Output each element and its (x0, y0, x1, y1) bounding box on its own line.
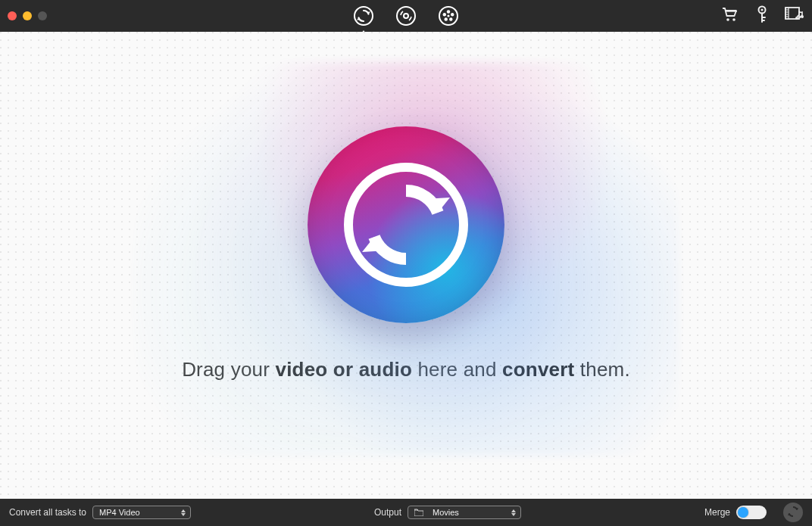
svg-point-0 (354, 7, 373, 25)
disc-icon (395, 5, 417, 26)
svg-point-15 (761, 9, 764, 11)
media-clip-icon (785, 6, 804, 26)
svg-point-6 (447, 10, 450, 13)
svg-point-12 (726, 18, 729, 21)
svg-point-4 (404, 14, 408, 18)
convert-cycle-small-icon (786, 505, 800, 521)
convert-cycle-hero-icon (330, 149, 482, 300)
folder-icon (414, 509, 423, 516)
svg-point-18 (801, 15, 804, 18)
output-folder-label: Output (374, 507, 401, 518)
tab-toolbox[interactable] (438, 5, 459, 26)
close-window-button[interactable] (8, 11, 17, 20)
svg-point-17 (795, 17, 798, 20)
toggle-knob (738, 507, 748, 518)
merge-toggle[interactable] (736, 506, 767, 519)
minimize-window-button[interactable] (23, 11, 32, 20)
topbar-actions (721, 5, 804, 26)
window-controls (8, 11, 47, 20)
drop-zone[interactable]: Drag your video or audio here and conver… (0, 32, 812, 499)
key-icon (756, 5, 768, 26)
store-button[interactable] (721, 6, 739, 26)
merge-label: Merge (704, 507, 730, 518)
cart-icon (721, 6, 739, 26)
zoom-window-button[interactable] (38, 11, 47, 20)
drop-zone-hint: Drag your video or audio here and conver… (182, 358, 630, 381)
svg-point-13 (732, 18, 735, 21)
stepper-arrows-icon (180, 509, 187, 516)
convert-cycle-icon (353, 5, 374, 26)
svg-point-3 (397, 7, 415, 25)
hint-part-2: here and (412, 358, 502, 381)
hint-part-1: Drag your (182, 358, 275, 381)
start-convert-button[interactable] (783, 503, 803, 522)
stepper-arrows-icon (510, 509, 517, 516)
svg-point-7 (451, 13, 454, 16)
svg-point-19 (348, 167, 464, 282)
tab-burn[interactable] (395, 5, 417, 26)
svg-point-11 (447, 14, 449, 17)
film-reel-icon (438, 5, 459, 26)
convert-format-value: MP4 Video (99, 508, 140, 517)
output-folder-value: Movies (433, 508, 459, 517)
convert-format-select[interactable]: MP4 Video (92, 506, 191, 519)
hint-bold-2: convert (502, 358, 574, 381)
media-library-button[interactable] (785, 6, 804, 26)
title-bar (0, 0, 812, 32)
svg-point-8 (449, 17, 452, 20)
mode-tabs (353, 5, 459, 26)
output-folder-select[interactable]: Movies (408, 506, 521, 519)
convert-hero-badge (308, 126, 504, 323)
svg-point-9 (445, 17, 448, 20)
svg-point-10 (443, 13, 446, 16)
hint-part-3: them. (574, 358, 629, 381)
register-button[interactable] (756, 5, 768, 26)
tab-convert[interactable] (353, 5, 374, 26)
merge-control: Merge (704, 506, 767, 519)
bottom-toolbar: Convert all tasks to MP4 Video Output Mo… (0, 499, 812, 526)
convert-format-label: Convert all tasks to (9, 507, 86, 518)
hint-bold-1: video or audio (276, 358, 412, 381)
